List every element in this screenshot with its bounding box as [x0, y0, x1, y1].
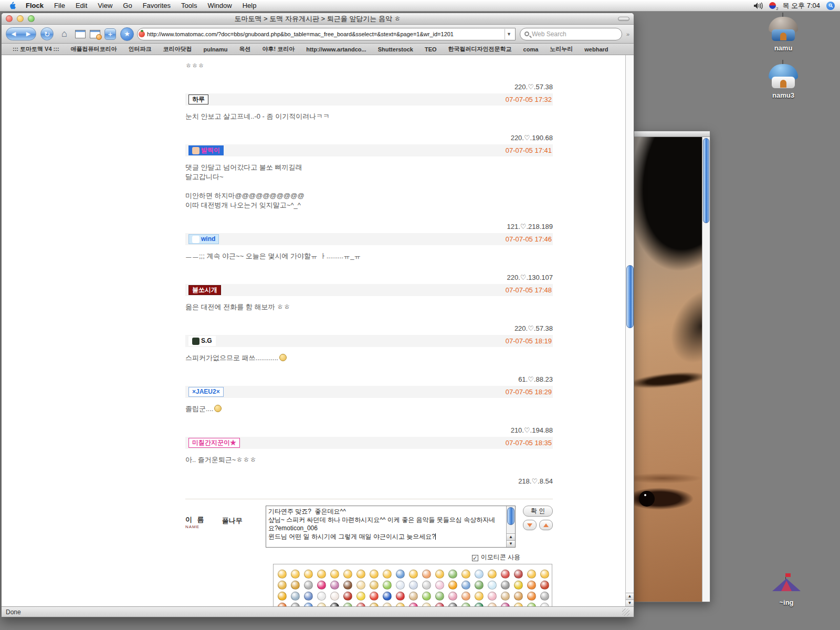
volume-icon[interactable] — [753, 2, 763, 9]
emoticon-icon[interactable] — [501, 592, 510, 601]
emoticon-icon[interactable] — [304, 603, 313, 606]
emoticon-icon[interactable] — [370, 581, 379, 590]
emoticon-icon[interactable] — [291, 603, 300, 606]
photo-window-titlebar[interactable] — [634, 131, 710, 137]
menu-clock[interactable]: 목 오후 7:04 — [782, 1, 820, 10]
menu-edit[interactable]: Edit — [70, 2, 92, 9]
emoticon-icon[interactable] — [291, 581, 300, 590]
emoticon-icon[interactable] — [304, 570, 313, 579]
commenter-badge[interactable]: 발찍이 — [188, 145, 224, 155]
emoticon-icon[interactable] — [396, 570, 405, 579]
emoticon-icon[interactable] — [343, 581, 352, 590]
blog-post-button[interactable] — [90, 30, 100, 38]
emoticon-icon[interactable] — [383, 592, 392, 601]
emoticon-icon[interactable] — [383, 570, 392, 579]
url-text[interactable]: http://www.tomatomac.com/?doc=bbs/gnuboa… — [147, 31, 502, 37]
emoticon-icon[interactable] — [540, 570, 549, 579]
emoticon-icon[interactable] — [448, 603, 457, 606]
emoticon-icon[interactable] — [370, 570, 379, 579]
emoticon-icon[interactable] — [435, 603, 444, 606]
emoticon-icon[interactable] — [317, 603, 326, 606]
emoticon-icon[interactable] — [356, 603, 365, 606]
emoticon-icon[interactable] — [304, 592, 313, 601]
emoticon-icon[interactable] — [435, 581, 444, 590]
favorites-star-icon[interactable]: ★ — [120, 27, 134, 41]
vote-down-button[interactable] — [523, 520, 537, 530]
spotlight-icon[interactable] — [826, 2, 835, 10]
emoticon-icon[interactable] — [461, 603, 470, 606]
emoticon-icon[interactable] — [396, 581, 405, 590]
emoticon-icon[interactable] — [527, 570, 536, 579]
emoticon-icon[interactable] — [422, 603, 431, 606]
bookmark-item[interactable]: pulnamu — [198, 46, 234, 52]
commenter-badge[interactable]: 하루 — [188, 94, 208, 104]
emoticon-icon[interactable] — [540, 592, 549, 601]
emoticon-icon[interactable] — [448, 581, 457, 590]
bookmark-item[interactable]: 노리누리 — [544, 45, 579, 53]
emoticon-icon[interactable] — [383, 581, 392, 590]
emoticon-icon[interactable] — [422, 592, 431, 601]
home-button[interactable]: ⌂ — [58, 27, 71, 40]
menu-tools[interactable]: Tools — [176, 2, 202, 9]
emoticon-icon[interactable] — [461, 581, 470, 590]
emoticon-icon[interactable] — [540, 603, 549, 606]
bookmark-item[interactable]: coma — [518, 46, 544, 52]
menu-view[interactable]: View — [92, 2, 118, 9]
forward-icon[interactable]: ▶ — [26, 30, 30, 37]
emoticon-icon[interactable] — [343, 592, 352, 601]
emoticon-icon[interactable] — [514, 592, 523, 601]
emoticon-icon[interactable] — [448, 570, 457, 579]
bookmark-item[interactable]: 옥션 — [233, 45, 256, 53]
emoticon-icon[interactable] — [501, 570, 510, 579]
emoticon-icon[interactable] — [383, 603, 392, 606]
comment-textarea[interactable]: 기타연주 맞죠? 좋은데요^^샾님~ 스피커 싸던데 하나 마련하시지요^^ 이… — [266, 506, 516, 548]
web-search-field[interactable]: Web Search — [520, 28, 622, 40]
emoticon-icon[interactable] — [330, 570, 339, 579]
menu-flock[interactable]: Flock — [20, 2, 49, 9]
back-icon[interactable]: ◀ — [12, 30, 16, 37]
news-feed-button[interactable] — [75, 30, 86, 38]
emoticon-icon[interactable] — [448, 592, 457, 601]
bookmark-item[interactable]: ::: 토마토맥 V4 ::: — [7, 45, 65, 53]
page-scrollbar[interactable]: ▲▼ — [625, 55, 634, 606]
emoticon-icon[interactable] — [356, 592, 365, 601]
bookmark-item[interactable]: Shutterstock — [372, 46, 419, 52]
emoticon-icon[interactable] — [304, 581, 313, 590]
emoticon-icon[interactable] — [330, 581, 339, 590]
emoticon-icon[interactable] — [488, 603, 497, 606]
bookmark-item[interactable]: TEO — [419, 46, 443, 52]
emoticon-icon[interactable] — [409, 603, 418, 606]
apple-menu-icon[interactable] — [8, 2, 16, 9]
add-tab-button[interactable]: + — [104, 28, 116, 40]
resize-grip[interactable] — [622, 608, 629, 616]
emoticon-icon[interactable] — [540, 581, 549, 590]
commenter-badge[interactable]: 불쏘시개 — [188, 285, 221, 295]
menu-favorites[interactable]: Favorites — [138, 2, 176, 9]
emoticon-icon[interactable] — [409, 581, 418, 590]
desktop-icon-ing[interactable]: ~ing — [765, 573, 807, 606]
emoticon-icon[interactable] — [278, 581, 287, 590]
emoticon-icon[interactable] — [475, 592, 484, 601]
commenter-badge[interactable]: ×JAEU2× — [188, 387, 224, 397]
scroll-down-icon[interactable]: ▼ — [507, 540, 515, 547]
emoticon-icon[interactable] — [409, 592, 418, 601]
emoticon-icon[interactable] — [461, 592, 470, 601]
emoticon-icon[interactable] — [343, 603, 352, 606]
korean-ime-icon[interactable]: 2 — [769, 2, 776, 9]
emoticon-icon[interactable] — [330, 592, 339, 601]
url-field[interactable]: http://www.tomatomac.com/?doc=bbs/gnuboa… — [137, 28, 516, 40]
emoticon-icon[interactable] — [356, 581, 365, 590]
emoticon-icon[interactable] — [396, 592, 405, 601]
photo-scrollbar-thumb[interactable] — [703, 138, 709, 223]
textarea-scrollbar-thumb[interactable] — [507, 507, 514, 525]
bookmark-item[interactable]: 야후! 코리아 — [256, 45, 300, 53]
emoticon-icon[interactable] — [291, 592, 300, 601]
emoticon-icon[interactable] — [317, 570, 326, 579]
emoticon-icon[interactable] — [317, 592, 326, 601]
emoticon-icon[interactable] — [501, 603, 510, 606]
page-scroll-up-icon[interactable]: ▲ — [626, 593, 634, 600]
commenter-badge[interactable]: S.G — [188, 336, 216, 346]
emoticon-icon[interactable] — [370, 603, 379, 606]
bookmark-item[interactable]: 코리아닷컴 — [158, 45, 198, 53]
emoticon-icon[interactable] — [488, 570, 497, 579]
